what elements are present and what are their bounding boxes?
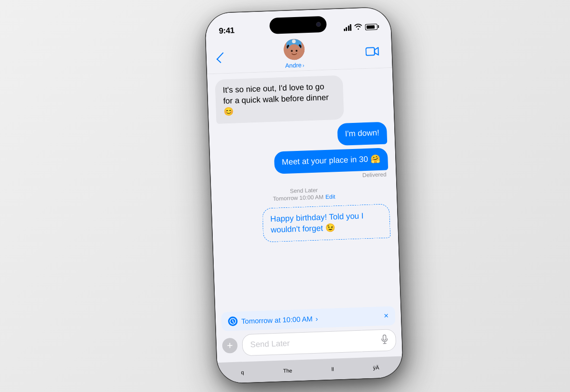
messages-area: It's so nice out, I'd love to go for a q… (207, 68, 400, 308)
dynamic-island (269, 16, 327, 34)
schedule-close-button[interactable]: × (384, 311, 389, 321)
avatar (283, 38, 305, 60)
battery-icon (365, 23, 377, 30)
status-time: 9:41 (218, 26, 235, 36)
message-row: Happy birthday! Told you I wouldn't forg… (219, 204, 390, 243)
signal-bar-4 (350, 24, 351, 31)
svg-rect-7 (366, 47, 375, 56)
schedule-time-text: Tomorrow at 10:00 AM › (241, 314, 318, 325)
message-row: I'm down! (217, 121, 387, 149)
received-bubble-1[interactable]: It's so nice out, I'd love to go for a q… (215, 75, 344, 124)
video-call-button[interactable] (365, 43, 380, 59)
wifi-icon (354, 23, 362, 31)
signal-bar-2 (346, 27, 347, 31)
send-later-time-row: Tomorrow 10:00 AM Edit (273, 193, 335, 202)
send-later-title: Send Later (290, 187, 318, 194)
schedule-indicator[interactable]: Tomorrow at 10:00 AM › × (221, 306, 395, 331)
back-button[interactable] (218, 52, 224, 61)
keyboard-key[interactable]: q (241, 369, 244, 375)
nav-bar: Andre › (206, 34, 392, 75)
signal-bar-1 (343, 28, 345, 31)
signal-bars-icon (343, 24, 352, 31)
svg-rect-9 (383, 335, 386, 340)
message-input[interactable]: Send Later (242, 329, 396, 356)
send-later-edit-button[interactable]: Edit (325, 193, 335, 200)
contact-name[interactable]: Andre › (285, 61, 304, 69)
phone-shell: 9:41 (205, 7, 403, 383)
contact-center[interactable]: Andre › (283, 38, 305, 69)
signal-bar-3 (348, 26, 349, 31)
keyboard-key[interactable]: ll (332, 366, 334, 372)
sent-bubble-1[interactable]: I'm down! (337, 121, 388, 146)
clock-icon (228, 317, 238, 327)
status-icons (343, 23, 378, 31)
scene: 9:41 (0, 0, 570, 392)
screen: 9:41 (205, 7, 403, 383)
delivered-label: Delivered (362, 171, 387, 178)
add-button[interactable]: + (222, 338, 238, 354)
camera-dot (316, 22, 321, 27)
message-row: Meet at your place in 30 🤗 Delivered (218, 148, 389, 183)
sent-bubble-2[interactable]: Meet at your place in 30 🤗 (274, 148, 389, 174)
scheduled-bubble[interactable]: Happy birthday! Told you I wouldn't forg… (262, 204, 390, 242)
message-row: It's so nice out, I'd love to go for a q… (215, 74, 386, 124)
bottom-bar: Tomorrow at 10:00 AM › × + Send Later (215, 302, 402, 363)
keyboard-key[interactable]: ÿÄ (373, 364, 379, 370)
schedule-left: Tomorrow at 10:00 AM › (228, 314, 318, 327)
back-chevron-icon (217, 52, 227, 63)
input-row: + Send Later (222, 329, 396, 357)
send-later-label: Send Later Tomorrow 10:00 AM Edit (218, 184, 389, 204)
keyboard-key[interactable]: The (283, 368, 292, 374)
microphone-icon[interactable] (381, 335, 388, 346)
